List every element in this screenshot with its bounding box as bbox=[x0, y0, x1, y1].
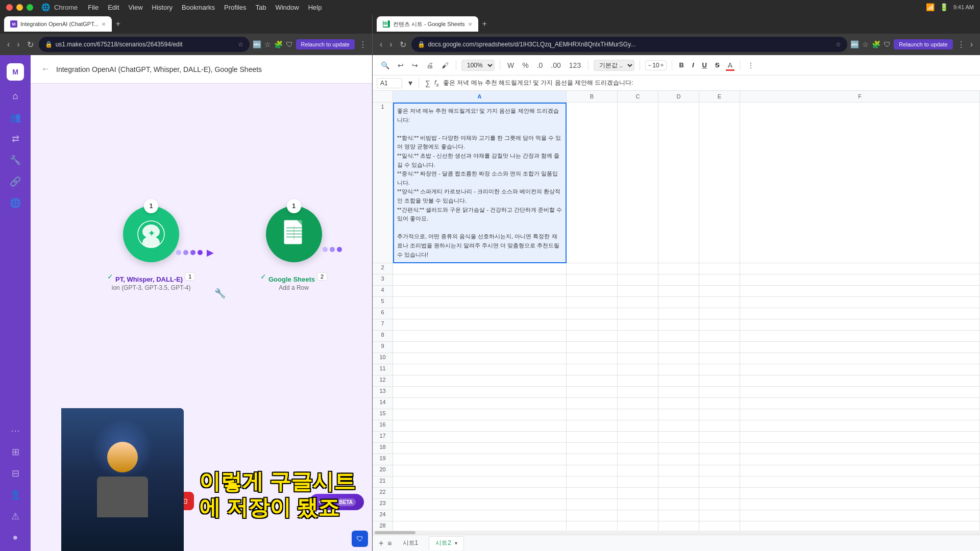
sidebar-links-icon[interactable]: 🔗 bbox=[10, 176, 21, 187]
cell-e8[interactable] bbox=[699, 331, 740, 342]
cell-f9[interactable] bbox=[740, 342, 980, 353]
scroll-thumb[interactable] bbox=[375, 531, 415, 534]
cell-b14[interactable] bbox=[567, 398, 618, 409]
shield-icon[interactable]: 🛡 bbox=[286, 40, 293, 48]
cell-c4[interactable] bbox=[618, 286, 658, 297]
col-header-c[interactable]: C bbox=[618, 91, 658, 102]
cell-e20[interactable] bbox=[699, 465, 740, 477]
right-bookmark-icon[interactable]: ☆ bbox=[862, 40, 869, 48]
menu-view[interactable]: View bbox=[129, 4, 143, 11]
make-canvas[interactable]: 1 ✦ ✓ PT, Whisper, bbox=[31, 84, 372, 551]
left-tab-active[interactable]: M Integration OpenAI (ChatGPT... ✕ bbox=[4, 16, 112, 32]
cell-d9[interactable] bbox=[658, 342, 699, 353]
cell-d2[interactable] bbox=[658, 263, 699, 274]
strikethrough-button[interactable]: S bbox=[713, 60, 722, 70]
cell-d17[interactable] bbox=[658, 432, 699, 443]
right-reload-button[interactable]: ↻ bbox=[398, 38, 408, 52]
decimal2-icon[interactable]: .00 bbox=[549, 59, 562, 71]
cell-c23[interactable] bbox=[618, 499, 658, 510]
menu-bookmarks[interactable]: Bookmarks bbox=[182, 4, 215, 11]
right-tab-close-icon[interactable]: ✕ bbox=[468, 21, 472, 27]
cell-c1[interactable] bbox=[618, 103, 658, 263]
cell-e10[interactable] bbox=[699, 353, 740, 364]
cell-a15[interactable] bbox=[393, 409, 567, 420]
cell-b6[interactable] bbox=[567, 308, 618, 319]
left-address-bar[interactable]: 🔒 us1.make.com/675218/scenarios/2643594/… bbox=[39, 37, 250, 52]
font-select[interactable]: 기본값 ... bbox=[594, 60, 634, 71]
cell-b4[interactable] bbox=[567, 286, 618, 297]
cell-d24[interactable] bbox=[658, 510, 699, 521]
maximize-dot[interactable] bbox=[27, 4, 33, 11]
cell-f5[interactable] bbox=[740, 297, 980, 308]
cell-c13[interactable] bbox=[618, 387, 658, 398]
sidebar-tools-icon[interactable]: 🔧 bbox=[10, 155, 21, 166]
cell-c3[interactable] bbox=[618, 274, 658, 286]
left-back-button[interactable]: ‹ bbox=[5, 38, 12, 51]
more-formats-icon[interactable]: ⋮ bbox=[745, 59, 756, 71]
cell-c18[interactable] bbox=[618, 443, 658, 454]
cell-b18[interactable] bbox=[567, 443, 618, 454]
cell-d3[interactable] bbox=[658, 274, 699, 286]
cell-b13[interactable] bbox=[567, 387, 618, 398]
right-forward-button[interactable]: › bbox=[387, 38, 394, 51]
sidebar-connections-icon[interactable]: ⇄ bbox=[12, 133, 19, 144]
cell-a5[interactable] bbox=[393, 297, 567, 308]
cell-c8[interactable] bbox=[618, 331, 658, 342]
cell-e21[interactable] bbox=[699, 477, 740, 488]
cell-a8[interactable] bbox=[393, 331, 567, 342]
sheets-horizontal-scrollbar[interactable] bbox=[373, 531, 980, 535]
sidebar-web-icon[interactable]: 🌐 bbox=[10, 197, 21, 209]
cell-c2[interactable] bbox=[618, 263, 658, 274]
cell-d19[interactable] bbox=[658, 454, 699, 465]
cell-c17[interactable] bbox=[618, 432, 658, 443]
undo-icon[interactable]: ↩ bbox=[396, 59, 406, 71]
formula-content[interactable]: 좋은 저녁 메뉴 추천 해드릴게요! 및 가지 음선을 제안해 드리겠습니다: bbox=[443, 79, 976, 87]
cell-c10[interactable] bbox=[618, 353, 658, 364]
cell-f28[interactable] bbox=[740, 521, 980, 531]
cell-e3[interactable] bbox=[699, 274, 740, 286]
cell-d23[interactable] bbox=[658, 499, 699, 510]
cell-f16[interactable] bbox=[740, 420, 980, 432]
sheet-tab-1[interactable]: 시트1 bbox=[396, 536, 425, 550]
left-new-tab-button[interactable]: + bbox=[116, 19, 120, 29]
cell-a18[interactable] bbox=[393, 443, 567, 454]
sidebar-history-icon[interactable]: ⊟ bbox=[12, 468, 19, 479]
star-icon[interactable]: ☆ bbox=[238, 41, 243, 48]
cell-b16[interactable] bbox=[567, 420, 618, 432]
cell-e14[interactable] bbox=[699, 398, 740, 409]
left-forward-button[interactable]: › bbox=[15, 38, 21, 51]
cell-c6[interactable] bbox=[618, 308, 658, 319]
right-relaunch-button[interactable]: Relaunch to update bbox=[894, 39, 952, 49]
cell-b23[interactable] bbox=[567, 499, 618, 510]
cell-a4[interactable] bbox=[393, 286, 567, 297]
cell-d7[interactable] bbox=[658, 319, 699, 331]
right-translate-icon[interactable]: 🔤 bbox=[850, 40, 859, 48]
cell-f11[interactable] bbox=[740, 364, 980, 375]
bookmark-icon[interactable]: ☆ bbox=[264, 40, 271, 48]
cell-b1[interactable] bbox=[567, 103, 618, 263]
cell-d21[interactable] bbox=[658, 477, 699, 488]
cell-b11[interactable] bbox=[567, 364, 618, 375]
cell-d14[interactable] bbox=[658, 398, 699, 409]
font-size-control[interactable]: − 10 + bbox=[645, 60, 666, 70]
cell-d15[interactable] bbox=[658, 409, 699, 420]
cell-a21[interactable] bbox=[393, 477, 567, 488]
sidebar-modules-icon[interactable]: ⊞ bbox=[12, 446, 19, 458]
italic-button[interactable]: I bbox=[690, 60, 696, 70]
ai-beta-button[interactable]: ✦ AI BETA bbox=[309, 494, 364, 510]
right-more-options-icon[interactable]: ⋮ bbox=[957, 40, 965, 49]
cell-e4[interactable] bbox=[699, 286, 740, 297]
cell-c11[interactable] bbox=[618, 364, 658, 375]
cell-f20[interactable] bbox=[740, 465, 980, 477]
sidebar-avatar[interactable]: ● bbox=[13, 532, 18, 543]
cell-f18[interactable] bbox=[740, 443, 980, 454]
cell-f2[interactable] bbox=[740, 263, 980, 274]
cell-c9[interactable] bbox=[618, 342, 658, 353]
add-sheet-button[interactable]: + bbox=[379, 539, 383, 548]
cell-c15[interactable] bbox=[618, 409, 658, 420]
text-color-icon[interactable]: A bbox=[726, 59, 734, 71]
cell-d11[interactable] bbox=[658, 364, 699, 375]
cell-a17[interactable] bbox=[393, 432, 567, 443]
cell-e12[interactable] bbox=[699, 375, 740, 387]
sheet-tab-2-arrow[interactable]: ▾ bbox=[455, 540, 457, 546]
